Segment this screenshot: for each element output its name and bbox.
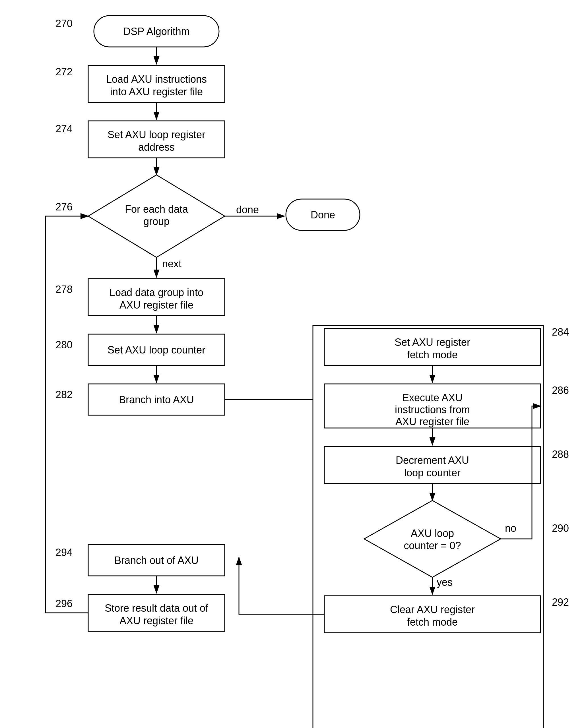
edge-label-yes: yes [437,576,453,588]
node-288-label-1: Decrement AXU [396,454,469,466]
node-done-label: Done [311,209,335,221]
node-278-label-1: Load data group into [109,287,203,298]
ref-294: 294 [55,547,73,558]
ref-290: 290 [552,522,569,534]
node-286-label-3: AXU register file [396,416,469,427]
node-278-label-2: AXU register file [120,299,194,311]
node-288-label-2: loop counter [404,467,460,478]
node-290-label-2: counter = 0? [404,540,461,551]
ref-292: 292 [552,596,569,608]
ref-288: 288 [552,448,569,460]
node-284-label-1: Set AXU register [395,336,470,348]
node-286-label-2: instructions from [395,404,470,415]
node-272-label-1: Load AXU instructions [106,73,207,85]
ref-284: 284 [552,326,569,338]
node-296-label-2: AXU register file [120,615,194,626]
node-274-label-1: Set AXU loop register [107,129,205,140]
node-280-label: Set AXU loop counter [107,344,205,356]
ref-274: 274 [55,123,73,134]
ref-278: 278 [55,284,73,295]
ref-286: 286 [552,385,569,396]
node-276-label-2: group [143,215,170,227]
node-284-label-2: fetch mode [407,349,458,361]
node-286-label-1: Execute AXU [402,392,462,404]
node-294-label: Branch out of AXU [115,554,199,566]
ref-280: 280 [55,339,73,350]
node-270-label: DSP Algorithm [123,26,189,37]
node-292-label-1: Clear AXU register [390,604,475,615]
ref-282: 282 [55,389,73,400]
node-296-label-1: Store result data out of [105,602,208,614]
ref-296: 296 [55,598,73,609]
ref-270: 270 [55,18,73,29]
edge-label-next: next [162,258,181,269]
node-282-label: Branch into AXU [119,394,194,406]
edge-label-done: done [236,204,259,215]
node-290-label-1: AXU loop [411,527,454,539]
node-276-label-1: For each data [125,203,188,215]
ref-276: 276 [55,201,73,213]
ref-272: 272 [55,66,73,78]
edge-label-no: no [505,522,516,534]
node-292-label-2: fetch mode [407,616,458,628]
flowchart-diagram: 270 DSP Algorithm 272 Load AXU instructi… [0,0,584,728]
node-272-label-2: into AXU register file [110,86,203,98]
node-274-label-2: address [138,141,175,153]
